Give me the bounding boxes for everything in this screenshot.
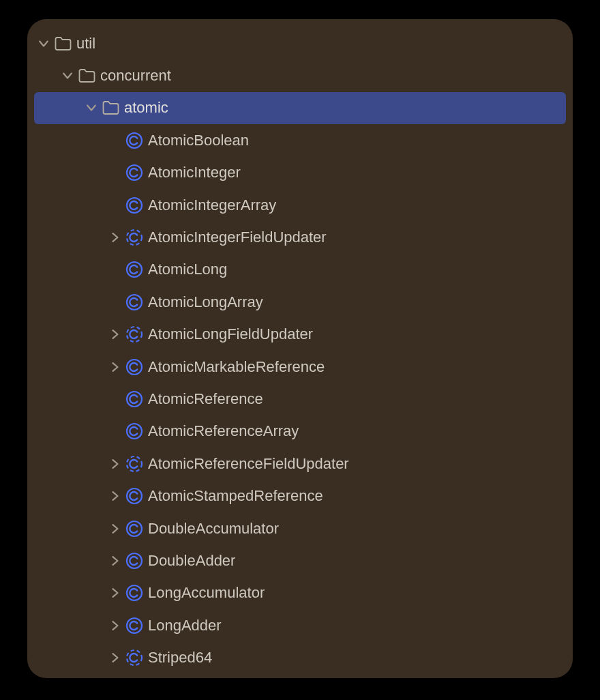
folder-icon [98, 100, 123, 115]
class-icon [122, 358, 147, 376]
class-icon [122, 422, 147, 440]
tree-item[interactable]: AtomicReferenceFieldUpdater [27, 448, 573, 480]
tree-item-label: AtomicMarkableReference [147, 358, 325, 376]
tree-item[interactable]: AtomicMarkableReference [27, 351, 573, 383]
chevron-right-icon[interactable] [108, 233, 122, 242]
tree-item-label: AtomicIntegerFieldUpdater [147, 229, 327, 246]
tree-item-label: AtomicLongFieldUpdater [147, 325, 313, 343]
tree-item-label: DoubleAccumulator [147, 520, 279, 538]
class-icon [122, 132, 147, 149]
tree-item-label: AtomicLongArray [147, 293, 263, 311]
tree-item-label: atomic [123, 99, 168, 117]
chevron-down-icon[interactable] [85, 103, 98, 113]
tree-item-label: AtomicIntegerArray [147, 196, 276, 214]
folder-icon [50, 36, 75, 51]
abstract-class-icon [122, 229, 147, 246]
tree-item[interactable]: LongAdder [27, 609, 573, 641]
tree-item[interactable]: AtomicBoolean [27, 124, 573, 156]
chevron-down-icon[interactable] [61, 71, 74, 81]
chevron-right-icon[interactable] [108, 653, 122, 662]
class-icon [122, 261, 147, 278]
abstract-class-icon [122, 325, 147, 343]
class-icon [122, 520, 147, 538]
abstract-class-icon [122, 455, 147, 473]
chevron-right-icon[interactable] [108, 556, 122, 566]
tree-item-label: AtomicInteger [147, 164, 241, 181]
chevron-right-icon[interactable] [108, 491, 122, 501]
class-icon [122, 584, 147, 602]
abstract-class-icon [122, 649, 147, 667]
tree-item[interactable]: AtomicStampedReference [27, 480, 573, 512]
tree-item[interactable]: AtomicInteger [27, 157, 573, 189]
chevron-right-icon[interactable] [108, 362, 122, 372]
tree-item[interactable]: AtomicLongArray [27, 286, 573, 318]
tree-item-label: AtomicReference [147, 390, 263, 408]
tree-item-label: AtomicReferenceFieldUpdater [147, 455, 349, 473]
chevron-right-icon[interactable] [108, 588, 122, 598]
chevron-down-icon[interactable] [37, 39, 50, 48]
tree-item[interactable]: AtomicIntegerFieldUpdater [27, 221, 573, 253]
chevron-right-icon[interactable] [108, 621, 122, 630]
chevron-right-icon[interactable] [108, 459, 122, 469]
tree-item-label: AtomicReferenceArray [147, 422, 299, 440]
tree-item[interactable]: DoubleAdder [27, 544, 573, 577]
class-icon [122, 617, 147, 635]
class-icon [122, 487, 147, 505]
tree-item-label: AtomicBoolean [147, 132, 249, 149]
tree-item[interactable]: atomic [34, 92, 566, 124]
class-icon [122, 293, 147, 311]
tree-item-label: LongAdder [147, 617, 222, 635]
class-icon [122, 164, 147, 181]
project-tree-panel: util concurrent atomic AtomicBoolean Ato… [27, 19, 573, 678]
tree-item[interactable]: AtomicLong [27, 254, 573, 286]
tree-item-label: Striped64 [147, 649, 212, 667]
tree-item[interactable]: DoubleAccumulator [27, 512, 573, 544]
folder-icon [74, 68, 99, 83]
tree-item[interactable]: AtomicIntegerArray [27, 189, 573, 221]
class-icon [122, 196, 147, 214]
class-icon [122, 552, 147, 570]
tree-item-label: AtomicLong [147, 261, 227, 278]
tree-item[interactable]: AtomicLongFieldUpdater [27, 319, 573, 351]
tree-item-label: LongAccumulator [147, 584, 265, 602]
tree-item-label: AtomicStampedReference [147, 487, 323, 505]
tree-item[interactable]: concurrent [27, 59, 573, 91]
tree-item-label: concurrent [99, 67, 171, 85]
chevron-right-icon[interactable] [108, 524, 122, 534]
class-icon [122, 390, 147, 408]
tree-item[interactable]: LongAccumulator [27, 577, 573, 609]
tree-item[interactable]: AtomicReferenceArray [27, 415, 573, 448]
tree-item-label: util [75, 35, 95, 53]
tree-item[interactable]: util [27, 27, 573, 59]
tree-item-label: DoubleAdder [147, 552, 235, 570]
tree-item[interactable]: AtomicReference [27, 383, 573, 415]
chevron-right-icon[interactable] [108, 330, 122, 339]
tree-item[interactable]: Striped64 [27, 641, 573, 673]
